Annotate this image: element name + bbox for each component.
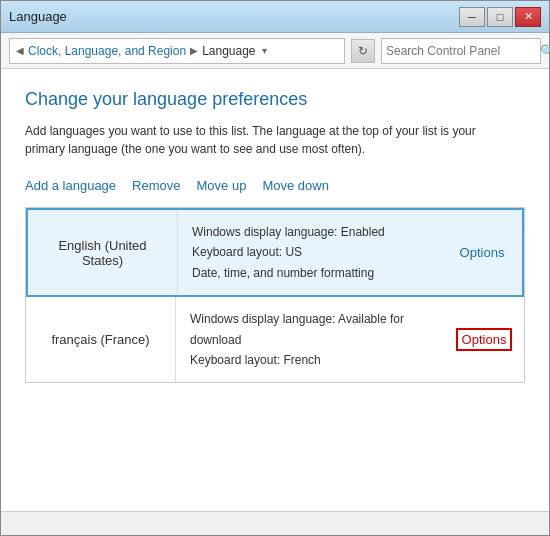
french-options-link[interactable]: Options — [456, 328, 513, 351]
breadcrumb-dropdown-icon[interactable]: ▾ — [262, 45, 267, 56]
english-detail3: Date, time, and number formatting — [192, 266, 374, 280]
breadcrumb-current: Language — [202, 44, 255, 58]
description: Add languages you want to use to this li… — [25, 122, 525, 158]
title-bar: Language ─ □ ✕ — [1, 1, 549, 33]
refresh-icon: ↻ — [358, 44, 368, 58]
page-title: Change your language preferences — [25, 89, 525, 110]
english-options-link[interactable]: Options — [460, 245, 505, 260]
language-name-english: English (UnitedStates) — [28, 210, 178, 295]
table-row[interactable]: français (France) Windows display langua… — [26, 297, 524, 382]
language-details-english: Windows display language: Enabled Keyboa… — [178, 210, 442, 295]
refresh-button[interactable]: ↻ — [351, 39, 375, 63]
add-language-button[interactable]: Add a language — [25, 176, 116, 195]
breadcrumb-back-arrow: ◀ — [16, 45, 24, 56]
maximize-button[interactable]: □ — [487, 7, 513, 27]
main-window: Language ─ □ ✕ ◀ Clock, Language, and Re… — [0, 0, 550, 536]
move-up-button[interactable]: Move up — [197, 176, 247, 195]
english-detail2: Keyboard layout: US — [192, 245, 302, 259]
table-row[interactable]: English (UnitedStates) Windows display l… — [26, 208, 524, 297]
breadcrumb-parent-link[interactable]: Clock, Language, and Region — [28, 44, 186, 58]
window-title: Language — [9, 9, 67, 24]
close-button[interactable]: ✕ — [515, 7, 541, 27]
breadcrumb-nav[interactable]: ◀ Clock, Language, and Region ▶ Language… — [9, 38, 345, 64]
move-down-button[interactable]: Move down — [262, 176, 328, 195]
french-detail1: Windows display language: Available for — [190, 312, 404, 326]
main-content: Change your language preferences Add lan… — [1, 69, 549, 511]
french-detail2: download — [190, 333, 241, 347]
description-line1: Add languages you want to use to this li… — [25, 124, 476, 138]
search-box: 🔍 — [381, 38, 541, 64]
search-icon[interactable]: 🔍 — [540, 44, 550, 58]
search-input[interactable] — [386, 44, 536, 58]
window-controls: ─ □ ✕ — [459, 7, 541, 27]
french-options-cell: Options — [444, 297, 524, 382]
language-toolbar: Add a language Remove Move up Move down — [25, 176, 525, 195]
breadcrumb-separator: ▶ — [190, 45, 198, 56]
language-name-french: français (France) — [26, 297, 176, 382]
minimize-button[interactable]: ─ — [459, 7, 485, 27]
english-detail1: Windows display language: Enabled — [192, 225, 385, 239]
language-details-french: Windows display language: Available for … — [176, 297, 444, 382]
status-bar — [1, 511, 549, 535]
remove-button[interactable]: Remove — [132, 176, 180, 195]
language-list: English (UnitedStates) Windows display l… — [25, 207, 525, 383]
french-detail3: Keyboard layout: French — [190, 353, 321, 367]
address-bar: ◀ Clock, Language, and Region ▶ Language… — [1, 33, 549, 69]
description-line2: primary language (the one you want to se… — [25, 142, 365, 156]
english-options-cell: Options — [442, 210, 522, 295]
